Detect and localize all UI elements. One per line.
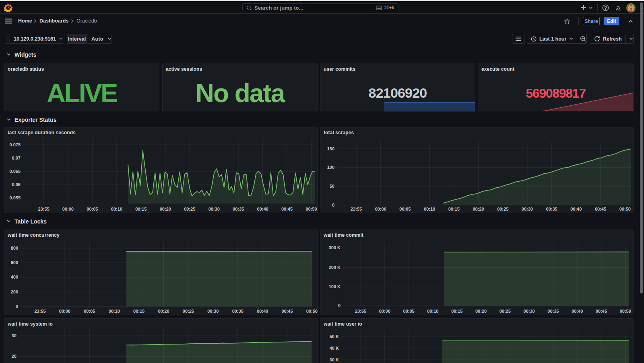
- svg-text:00:15: 00:15: [451, 309, 462, 314]
- svg-text:50 K: 50 K: [330, 334, 339, 339]
- svg-text:600: 600: [11, 260, 18, 265]
- svg-text:00:05: 00:05: [403, 309, 415, 314]
- svg-text:23:55: 23:55: [351, 207, 362, 211]
- svg-text:0.06: 0.06: [12, 182, 21, 187]
- svg-text:40 K: 40 K: [330, 346, 339, 351]
- svg-text:0.075: 0.075: [9, 142, 21, 147]
- svg-text:23:55: 23:55: [355, 309, 366, 314]
- svg-text:00:20: 00:20: [160, 207, 171, 211]
- svg-text:100: 100: [327, 165, 334, 170]
- svg-text:00:00: 00:00: [59, 309, 70, 314]
- svg-text:00:25: 00:25: [497, 207, 508, 211]
- svg-text:00:50: 00:50: [305, 207, 317, 211]
- svg-text:00:15: 00:15: [133, 309, 144, 314]
- svg-text:800: 800: [11, 246, 18, 250]
- svg-text:200: 200: [11, 289, 18, 294]
- svg-text:00:45: 00:45: [281, 309, 293, 314]
- svg-text:23:55: 23:55: [34, 309, 45, 314]
- svg-text:00:25: 00:25: [184, 207, 195, 211]
- svg-text:00:35: 00:35: [232, 309, 244, 314]
- svg-text:00:10: 00:10: [109, 309, 120, 314]
- svg-text:20: 20: [12, 354, 17, 359]
- svg-text:30 K: 30 K: [330, 357, 339, 362]
- svg-text:00:05: 00:05: [84, 309, 95, 314]
- svg-text:0: 0: [332, 203, 334, 207]
- svg-text:00:30: 00:30: [207, 309, 219, 314]
- svg-text:00:05: 00:05: [87, 207, 98, 211]
- svg-text:00:00: 00:00: [375, 207, 386, 211]
- svg-text:0.07: 0.07: [12, 156, 21, 160]
- svg-text:00:35: 00:35: [233, 207, 244, 211]
- svg-text:00:40: 00:40: [257, 309, 268, 314]
- svg-text:00:25: 00:25: [500, 309, 511, 314]
- svg-text:0: 0: [338, 303, 341, 308]
- svg-text:00:50: 00:50: [620, 309, 631, 314]
- svg-text:200 K: 200 K: [329, 265, 341, 270]
- svg-text:00:10: 00:10: [424, 207, 435, 211]
- svg-text:30: 30: [12, 333, 17, 338]
- svg-text:00:15: 00:15: [448, 207, 460, 211]
- svg-text:00:15: 00:15: [135, 207, 147, 211]
- svg-text:00:25: 00:25: [183, 309, 194, 314]
- svg-text:50: 50: [330, 184, 334, 189]
- svg-text:00:50: 00:50: [306, 309, 318, 314]
- svg-text:100 K: 100 K: [329, 284, 341, 289]
- svg-text:00:45: 00:45: [281, 207, 293, 211]
- svg-text:00:40: 00:40: [572, 309, 583, 314]
- svg-text:300 K: 300 K: [329, 245, 341, 250]
- svg-text:00:00: 00:00: [62, 207, 74, 211]
- svg-text:00:10: 00:10: [111, 207, 122, 211]
- svg-text:00:05: 00:05: [399, 207, 411, 211]
- svg-text:23:55: 23:55: [38, 207, 49, 211]
- svg-text:00:40: 00:40: [570, 207, 582, 211]
- svg-text:00:50: 00:50: [619, 207, 631, 211]
- svg-text:00:30: 00:30: [524, 309, 535, 314]
- svg-text:0.065: 0.065: [9, 169, 21, 174]
- svg-text:0: 0: [16, 304, 18, 309]
- svg-text:00:20: 00:20: [475, 309, 487, 314]
- svg-text:00:00: 00:00: [379, 309, 390, 314]
- svg-text:00:40: 00:40: [257, 207, 268, 211]
- svg-text:00:45: 00:45: [596, 309, 607, 314]
- svg-text:00:30: 00:30: [208, 207, 220, 211]
- svg-text:400: 400: [11, 275, 18, 279]
- svg-text:0.055: 0.055: [9, 195, 21, 200]
- svg-text:00:30: 00:30: [522, 207, 533, 211]
- svg-text:00:10: 00:10: [427, 309, 438, 314]
- svg-text:00:20: 00:20: [158, 309, 169, 314]
- svg-text:00:35: 00:35: [547, 309, 559, 314]
- svg-text:00:20: 00:20: [473, 207, 484, 211]
- svg-text:150: 150: [327, 146, 334, 151]
- svg-text:00:35: 00:35: [546, 207, 557, 211]
- svg-text:00:45: 00:45: [595, 207, 606, 211]
